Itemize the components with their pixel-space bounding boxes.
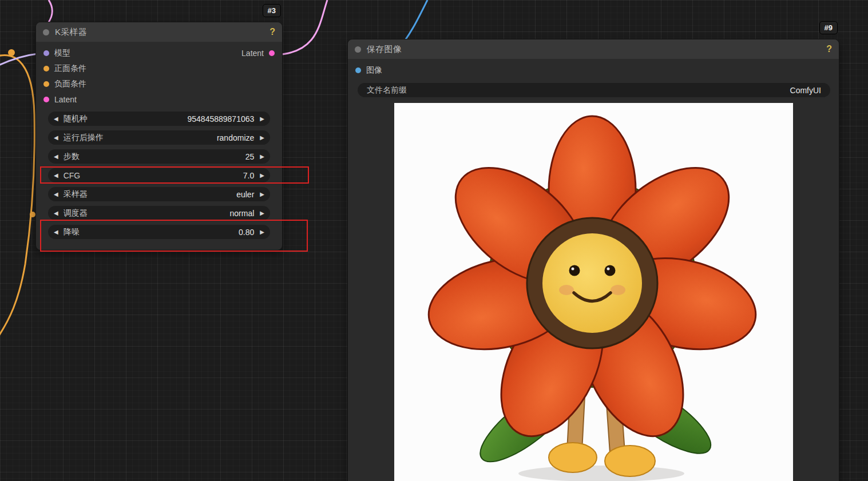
widget-label: 文件名前缀 <box>367 85 407 96</box>
latent-slot-dot-icon[interactable] <box>43 97 49 102</box>
slot-label: 模型 <box>54 48 70 58</box>
slot-label: 正面条件 <box>54 63 86 74</box>
input-slot-positive[interactable]: 正面条件 <box>36 61 282 76</box>
highlight-box-cfg <box>40 166 309 184</box>
widget-label: 采样器 <box>64 189 88 200</box>
negative-slot-dot-icon[interactable] <box>43 81 49 87</box>
increment-arrow-icon[interactable] <box>260 210 264 216</box>
slot-label: Latent <box>54 95 77 104</box>
slot-list: 模型 Latent 正面条件 负面条件 Latent <box>36 42 282 107</box>
increment-arrow-icon[interactable] <box>260 116 264 122</box>
widget-scheduler[interactable]: 调度器 normal <box>48 206 270 220</box>
input-slot-model[interactable]: 模型 Latent <box>36 45 282 61</box>
slot-label: 图像 <box>366 65 382 75</box>
widget-control-after-generate[interactable]: 运行后操作 randomize <box>48 130 270 145</box>
preview-image[interactable] <box>394 103 793 481</box>
widget-label: 随机种 <box>64 114 88 124</box>
wire-orange-left <box>0 55 34 337</box>
widget-label: 步数 <box>64 152 80 162</box>
node-titlebar[interactable]: 保存图像 ? <box>348 39 839 59</box>
widget-value[interactable]: euler <box>236 190 254 199</box>
widget-value[interactable]: 954845889871063 <box>188 114 255 124</box>
input-slot-negative[interactable]: 负面条件 <box>36 76 282 92</box>
highlight-box-denoise <box>40 220 308 252</box>
decrement-arrow-icon[interactable] <box>54 154 58 160</box>
widget-filename-prefix[interactable]: 文件名前缀 ComfyUI <box>358 83 830 97</box>
increment-arrow-icon[interactable] <box>260 192 264 197</box>
slot-list: 图像 <box>348 59 839 78</box>
decrement-arrow-icon[interactable] <box>54 135 58 141</box>
widget-value[interactable]: normal <box>230 209 255 218</box>
node-id-badge: #3 <box>263 4 281 17</box>
node-ksampler[interactable]: #3 K采样器 ? 模型 Latent 正面条件 负面条件 <box>35 22 283 251</box>
latent-output-dot-icon[interactable] <box>269 50 275 56</box>
positive-slot-dot-icon[interactable] <box>43 66 49 71</box>
wire-purple-left <box>0 54 38 65</box>
node-save-image[interactable]: #9 保存图像 ? 图像 文件名前缀 ComfyUI <box>347 39 839 481</box>
help-icon[interactable]: ? <box>826 44 832 54</box>
wire-orange-dot-1 <box>8 49 15 56</box>
input-slot-latent[interactable]: Latent <box>36 92 282 107</box>
widget-value[interactable]: ComfyUI <box>790 86 821 95</box>
increment-arrow-icon[interactable] <box>260 154 264 160</box>
widget-value[interactable]: randomize <box>217 133 254 142</box>
help-icon[interactable]: ? <box>269 27 275 37</box>
slot-label: Latent <box>241 49 264 58</box>
decrement-arrow-icon[interactable] <box>54 210 58 216</box>
node-title: K采样器 <box>55 27 87 38</box>
output-slot-latent[interactable]: Latent <box>241 45 275 61</box>
input-slot-image[interactable]: 图像 <box>348 62 839 78</box>
model-slot-dot-icon[interactable] <box>43 50 49 56</box>
node-title: 保存图像 <box>367 44 402 55</box>
widget-value[interactable]: 25 <box>245 152 255 161</box>
image-slot-dot-icon[interactable] <box>355 67 361 73</box>
widget-label: 调度器 <box>64 208 88 218</box>
decrement-arrow-icon[interactable] <box>54 192 58 197</box>
widget-label: 运行后操作 <box>64 133 104 143</box>
flower-plush-illustration <box>394 103 793 481</box>
wire-orange-dot-2 <box>30 212 35 217</box>
collapse-dot-icon[interactable] <box>43 29 49 35</box>
widget-sampler[interactable]: 采样器 euler <box>48 187 270 201</box>
wire-pink-latent <box>276 0 327 55</box>
node-id-badge: #9 <box>819 21 838 34</box>
widget-steps[interactable]: 步数 25 <box>48 149 270 164</box>
collapse-dot-icon[interactable] <box>355 46 361 53</box>
node-graph-canvas[interactable]: #3 K采样器 ? 模型 Latent 正面条件 负面条件 <box>0 0 868 481</box>
slot-label: 负面条件 <box>54 79 86 89</box>
increment-arrow-icon[interactable] <box>260 135 264 141</box>
widget-seed[interactable]: 随机种 954845889871063 <box>48 112 270 126</box>
decrement-arrow-icon[interactable] <box>54 116 58 122</box>
node-titlebar[interactable]: K采样器 ? <box>36 22 282 42</box>
